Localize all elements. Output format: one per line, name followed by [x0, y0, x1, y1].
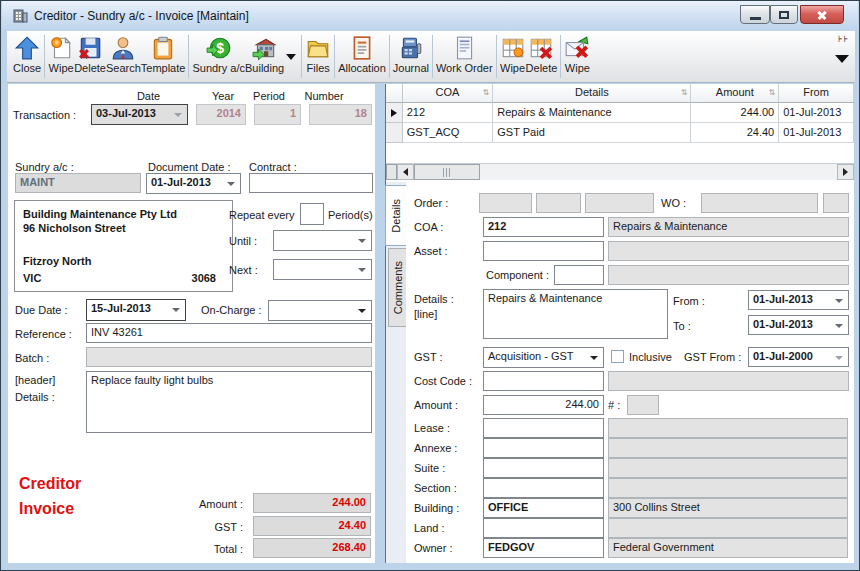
chevron-down-icon [358, 309, 366, 313]
until-combo[interactable] [273, 230, 372, 251]
row-selector[interactable] [386, 123, 403, 143]
toolbar-pin-icon[interactable]: ⊦⊦ [838, 34, 849, 44]
toolbar-workorder-button[interactable]: Work Order [436, 31, 493, 82]
gst-label: GST : [414, 351, 443, 363]
sort-icon: ⇅ [483, 88, 490, 97]
delete-grid-icon [528, 35, 554, 61]
gst-combo[interactable]: Acquisition - GST [483, 347, 604, 368]
tab-details[interactable]: Details [385, 185, 406, 246]
annexe-desc [608, 438, 848, 458]
row-selector[interactable] [386, 103, 403, 123]
wipe-grid-icon [500, 35, 526, 61]
reference-label: Reference : [15, 328, 72, 340]
date-column-header: Date [106, 90, 191, 102]
toolbar-allocation-button[interactable]: Allocation [338, 31, 386, 82]
grid-column-details[interactable]: Details⇅ [493, 84, 691, 103]
toolbar-delete-button[interactable]: Delete [74, 31, 106, 82]
scrollbar-thumb[interactable] [414, 164, 480, 180]
suite-label: Suite : [414, 462, 445, 474]
building-dropdown-arrow[interactable] [284, 31, 298, 82]
lease-field[interactable] [483, 418, 604, 438]
inclusive-checkbox[interactable] [611, 350, 624, 363]
cell-amount[interactable]: 24.40 [691, 123, 779, 143]
land-label: Land : [414, 522, 445, 534]
chevron-down-icon [835, 299, 843, 303]
toolbar-overflow-arrow[interactable] [835, 63, 849, 73]
minimize-icon [750, 17, 761, 20]
building-label: Building : [414, 502, 459, 514]
toolbar-building-button[interactable]: Building [245, 31, 284, 82]
reference-field[interactable]: INV 43261 [86, 323, 372, 343]
cell-amount[interactable]: 244.00 [691, 103, 779, 123]
component-desc [608, 265, 849, 285]
line-details-textarea[interactable]: Repairs & Maintenance [483, 289, 668, 339]
tab-comments[interactable]: Comments [388, 248, 406, 327]
sort-icon: ⇅ [768, 88, 775, 97]
titlebar[interactable]: Creditor - Sundry a/c - Invoice [Maintai… [2, 1, 858, 31]
inclusive-label: Inclusive [629, 351, 672, 363]
cost-code-field[interactable] [483, 371, 604, 391]
cell-from[interactable]: 01-Jul-2013 [779, 123, 854, 143]
close-window-button[interactable] [800, 5, 844, 24]
maximize-button[interactable] [770, 5, 798, 24]
repeat-every-field[interactable] [300, 203, 324, 225]
toolbar-journal-button[interactable]: Journal [393, 31, 429, 82]
on-charge-combo[interactable] [268, 300, 372, 321]
component-field[interactable] [554, 265, 604, 285]
toolbar-wipe-mail-button[interactable]: Wipe [564, 31, 590, 82]
owner-field[interactable]: FEDGOV [483, 538, 604, 558]
land-field[interactable] [483, 518, 604, 538]
doc-type-line1: Creditor [19, 475, 81, 493]
chevron-down-icon [172, 308, 180, 312]
toolbar-wipe-button[interactable]: Wipe [48, 31, 74, 82]
header-details-textarea[interactable]: Replace faulty light bulbs [86, 371, 372, 433]
line-details-label: Details : [414, 293, 454, 305]
to-combo[interactable]: 01-Jul-2013 [748, 315, 849, 335]
grid-horizontal-scrollbar[interactable] [386, 163, 854, 180]
transaction-date-combo[interactable]: 03-Jul-2013 [91, 104, 188, 125]
grid-row-2[interactable]: GST_ACQ GST Paid 24.40 01-Jul-2013 [386, 123, 854, 143]
cell-from[interactable]: 01-Jul-2013 [779, 103, 854, 123]
grid-column-coa[interactable]: COA⇅ [403, 84, 494, 103]
document-date-combo[interactable]: 01-Jul-2013 [146, 173, 241, 194]
due-date-combo[interactable]: 15-Jul-2013 [86, 299, 186, 321]
grid-corner-cell[interactable] [386, 84, 403, 103]
annexe-field[interactable] [483, 438, 604, 458]
toolbar-wipe-grid-button[interactable]: Wipe [500, 31, 526, 82]
toolbar-template-button[interactable]: Template [141, 31, 186, 82]
sundry-field[interactable]: MAINT [15, 173, 141, 193]
toolbar-search-button[interactable]: Search [106, 31, 141, 82]
contract-field[interactable] [249, 173, 373, 193]
minimize-button[interactable] [740, 5, 770, 24]
from-combo[interactable]: 01-Jul-2013 [748, 290, 849, 310]
total-amount-field: 244.00 [253, 493, 371, 513]
next-combo[interactable] [273, 259, 372, 280]
asset-field[interactable] [483, 241, 604, 261]
section-field[interactable] [483, 478, 604, 498]
cell-details[interactable]: GST Paid [493, 123, 691, 143]
building-icon [252, 35, 278, 61]
gst-from-combo[interactable]: 01-Jul-2000 [748, 347, 849, 367]
toolbar-delete-grid-button[interactable]: Delete [526, 31, 558, 82]
toolbar-sundry-button[interactable]: $ Sundry a/c [192, 31, 245, 82]
scroll-right-button[interactable] [837, 164, 854, 180]
cell-coa[interactable]: 212 [403, 103, 494, 123]
scroll-left-button[interactable] [397, 164, 414, 180]
coa-label: COA : [414, 221, 443, 233]
grid-column-amount[interactable]: Amount⇅ [691, 84, 779, 103]
scrollbar-splitter[interactable] [386, 164, 397, 180]
grid-column-from[interactable]: From [779, 84, 854, 103]
building-field[interactable]: OFFICE [483, 498, 604, 518]
header-tag-label: [header] [15, 374, 55, 386]
transaction-period-field: 1 [254, 104, 301, 125]
grid-row-1[interactable]: 212 Repairs & Maintenance 244.00 01-Jul-… [386, 103, 854, 123]
suite-field[interactable] [483, 458, 604, 478]
cell-coa[interactable]: GST_ACQ [403, 123, 494, 143]
toolbar-files-button[interactable]: Files [305, 31, 331, 82]
line-amount-field[interactable]: 244.00 [483, 395, 604, 415]
cell-details[interactable]: Repairs & Maintenance [493, 103, 691, 123]
wipe-page-icon [48, 35, 74, 61]
coa-field[interactable]: 212 [483, 217, 604, 237]
cost-code-label: Cost Code : [414, 375, 472, 387]
toolbar-close-button[interactable]: Close [13, 31, 41, 82]
